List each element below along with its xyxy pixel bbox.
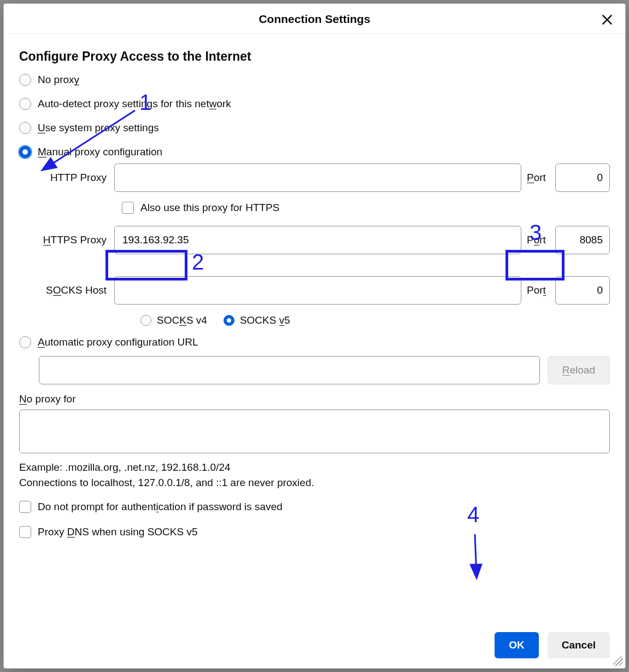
radio-manual-proxy[interactable]: Manual proxy configuration <box>19 146 610 158</box>
socks-host-input[interactable] <box>114 276 521 305</box>
http-proxy-label: HTTP Proxy <box>39 172 109 184</box>
socks-port-input[interactable] <box>555 276 610 305</box>
reload-button[interactable]: Reload <box>548 356 610 384</box>
radio-no-proxy[interactable]: No proxy <box>19 74 610 86</box>
never-proxied-hint: Connections to localhost, 127.0.0.1/8, a… <box>19 477 610 489</box>
manual-proxy-group: HTTP Proxy Port Also use this proxy for … <box>39 163 610 326</box>
radio-label: SOCKS v5 <box>240 314 290 326</box>
socks-host-row: SOCKS Host Port <box>39 276 610 305</box>
pac-url-row: Reload <box>39 356 610 384</box>
socks-port-label: Port <box>527 284 550 296</box>
pac-url-input[interactable] <box>39 356 540 384</box>
dialog-title: Connection Settings <box>258 13 370 25</box>
radio-socks-v4[interactable]: SOCKS v4 <box>140 314 207 326</box>
radio-icon <box>19 336 31 348</box>
https-proxy-row: HTTPS Proxy Port <box>39 226 610 254</box>
radio-system-proxy[interactable]: Use system proxy settings <box>19 122 610 134</box>
radio-label: Use system proxy settings <box>38 122 159 134</box>
radio-icon-selected <box>19 146 31 158</box>
checkbox-label: Also use this proxy for HTTPS <box>140 202 279 214</box>
radio-label: Automatic proxy configuration URL <box>38 336 198 348</box>
https-port-label: Port <box>527 234 550 246</box>
http-port-label: Port <box>527 172 550 184</box>
cancel-button[interactable]: Cancel <box>548 632 610 658</box>
connection-settings-dialog: Connection Settings Configure Proxy Acce… <box>3 3 626 669</box>
radio-label: Auto-detect proxy settings for this netw… <box>38 98 231 110</box>
radio-icon-selected <box>224 315 234 326</box>
dialog-footer: OK Cancel <box>4 627 625 668</box>
radio-auto-detect[interactable]: Auto-detect proxy settings for this netw… <box>19 98 610 110</box>
checkbox-icon <box>122 202 134 214</box>
radio-icon <box>19 98 31 110</box>
checkbox-icon <box>19 501 31 513</box>
checkbox-icon <box>19 526 31 538</box>
socks-host-label: SOCKS Host <box>39 284 109 296</box>
radio-icon <box>140 315 151 326</box>
https-proxy-input[interactable] <box>114 226 521 254</box>
checkbox-label: Do not prompt for authentication if pass… <box>38 501 283 513</box>
socks-version-group: SOCKS v4 SOCKS v5 <box>140 314 610 326</box>
radio-socks-v5[interactable]: SOCKS v5 <box>224 314 290 326</box>
footer-checks: Do not prompt for authentication if pass… <box>19 501 610 538</box>
radio-label: SOCKS v4 <box>157 314 207 326</box>
ok-button[interactable]: OK <box>495 632 539 658</box>
http-proxy-input[interactable] <box>114 163 521 192</box>
radio-icon <box>19 74 31 86</box>
resize-grip-icon[interactable] <box>613 656 623 666</box>
dialog-header: Connection Settings <box>4 4 625 34</box>
checkbox-label: Proxy DNS when using SOCKS v5 <box>38 526 198 538</box>
close-icon[interactable] <box>600 13 614 27</box>
https-proxy-label: HTTPS Proxy <box>39 234 109 246</box>
section-title: Configure Proxy Access to the Internet <box>19 49 610 64</box>
http-proxy-row: HTTP Proxy Port <box>39 163 610 192</box>
checkbox-proxy-dns-socks5[interactable]: Proxy DNS when using SOCKS v5 <box>19 526 610 538</box>
no-proxy-for-label: No proxy for <box>19 393 610 405</box>
radio-icon <box>19 122 31 134</box>
checkbox-no-prompt-auth[interactable]: Do not prompt for authentication if pass… <box>19 501 610 513</box>
http-port-input[interactable] <box>555 163 610 192</box>
no-proxy-for-input[interactable] <box>19 410 610 453</box>
radio-pac-url[interactable]: Automatic proxy configuration URL <box>19 336 610 348</box>
dialog-body: Configure Proxy Access to the Internet N… <box>4 34 625 627</box>
radio-label: No proxy <box>38 74 79 86</box>
example-hint: Example: .mozilla.org, .net.nz, 192.168.… <box>19 461 610 474</box>
radio-label: Manual proxy configuration <box>38 146 162 158</box>
https-port-input[interactable] <box>555 226 610 254</box>
also-use-https-row[interactable]: Also use this proxy for HTTPS <box>122 202 610 214</box>
